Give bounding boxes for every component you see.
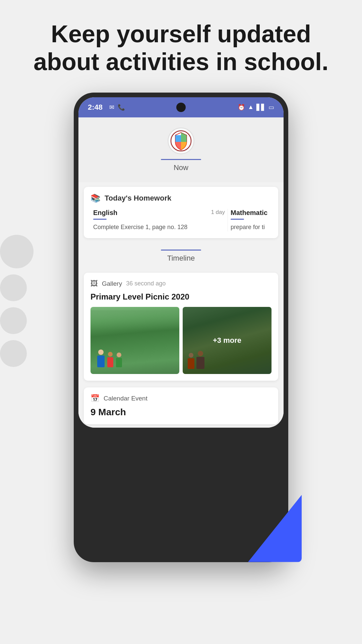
gallery-card[interactable]: 🖼 Gallery 36 second ago Primary Level Pi… bbox=[84, 273, 278, 381]
subject-english-header: English 1 day bbox=[93, 209, 225, 217]
signal-icon: ▋▋ bbox=[256, 104, 266, 111]
school-section: Now bbox=[78, 117, 284, 182]
calendar-date: 9 March bbox=[90, 407, 272, 418]
gallery-icon: 🖼 bbox=[90, 279, 98, 288]
subject-english-task: Complete Exercise 1, page no. 128 bbox=[93, 224, 187, 230]
camera-notch bbox=[176, 103, 186, 112]
gallery-time: 36 second ago bbox=[126, 280, 166, 287]
page-header: Keep yourself updated about activities i… bbox=[7, 20, 355, 76]
subject-english-due: 1 day bbox=[211, 209, 225, 216]
gallery-title: Primary Level Picnic 2020 bbox=[90, 292, 272, 302]
timeline-indicator bbox=[161, 250, 201, 251]
calendar-meta: 📅 Calendar Event bbox=[90, 394, 272, 403]
gallery-image-1[interactable] bbox=[90, 307, 179, 374]
phone-icon: 📞 bbox=[118, 104, 125, 111]
homework-card[interactable]: 📚 Today's Homework English 1 day Complet… bbox=[84, 187, 278, 238]
gallery-label: Gallery bbox=[102, 280, 122, 287]
circle-1 bbox=[0, 235, 34, 268]
gallery-meta: 🖼 Gallery 36 second ago bbox=[90, 279, 272, 288]
calendar-card[interactable]: 📅 Calendar Event 9 March bbox=[84, 387, 278, 424]
message-icon: ✉ bbox=[109, 104, 114, 111]
homework-icon: 📚 bbox=[90, 194, 101, 203]
now-label: Now bbox=[174, 163, 188, 172]
subject-english[interactable]: English 1 day Complete Exercise 1, page … bbox=[90, 209, 228, 231]
wifi-icon: ▲ bbox=[248, 104, 254, 111]
calendar-label: Calendar Event bbox=[104, 395, 147, 402]
subject-english-underline bbox=[93, 219, 107, 220]
subject-math-header: Mathematic bbox=[231, 209, 269, 217]
timeline-label: Timeline bbox=[167, 254, 195, 263]
battery-icon: ▭ bbox=[268, 104, 274, 111]
gallery-more-count: +3 more bbox=[213, 336, 241, 345]
app-content: Now 📚 Today's Homework English 1 day bbox=[78, 117, 284, 428]
blue-decoration bbox=[248, 495, 302, 562]
circle-3 bbox=[0, 307, 27, 334]
alarm-icon: ⏰ bbox=[238, 104, 245, 111]
status-time: 2:48 bbox=[88, 103, 103, 112]
circle-2 bbox=[0, 274, 27, 301]
subject-math-task: prepare for ti bbox=[231, 224, 265, 230]
homework-header: 📚 Today's Homework bbox=[90, 194, 272, 203]
subject-english-name: English bbox=[93, 209, 117, 217]
status-icons-left: ✉ 📞 bbox=[109, 104, 125, 111]
school-logo bbox=[168, 127, 194, 154]
circle-4 bbox=[0, 340, 27, 367]
phone-frame: 2:48 ✉ 📞 ⏰ ▲ ▋▋ ▭ bbox=[74, 93, 288, 562]
tab-indicator bbox=[161, 159, 201, 160]
calendar-icon: 📅 bbox=[90, 394, 100, 403]
decorative-circles bbox=[0, 235, 34, 367]
timeline-section: Timeline bbox=[78, 243, 284, 269]
gallery-image-2[interactable]: +3 more bbox=[183, 307, 272, 374]
subject-math-underline bbox=[231, 219, 244, 220]
gallery-grid: +3 more bbox=[90, 307, 272, 374]
status-bar: 2:48 ✉ 📞 ⏰ ▲ ▋▋ ▭ bbox=[78, 97, 284, 117]
subject-math[interactable]: Mathematic prepare for ti bbox=[228, 209, 272, 231]
homework-subjects: English 1 day Complete Exercise 1, page … bbox=[90, 209, 272, 231]
status-icons-right: ⏰ ▲ ▋▋ ▭ bbox=[238, 104, 274, 111]
gallery-overlay: +3 more bbox=[183, 307, 272, 374]
subject-math-name: Mathematic bbox=[231, 209, 267, 217]
page-title: Keep yourself updated about activities i… bbox=[34, 20, 328, 76]
phone-screen: 2:48 ✉ 📞 ⏰ ▲ ▋▋ ▭ bbox=[78, 97, 284, 428]
homework-title: Today's Homework bbox=[105, 194, 171, 203]
school-logo-svg bbox=[169, 129, 193, 153]
